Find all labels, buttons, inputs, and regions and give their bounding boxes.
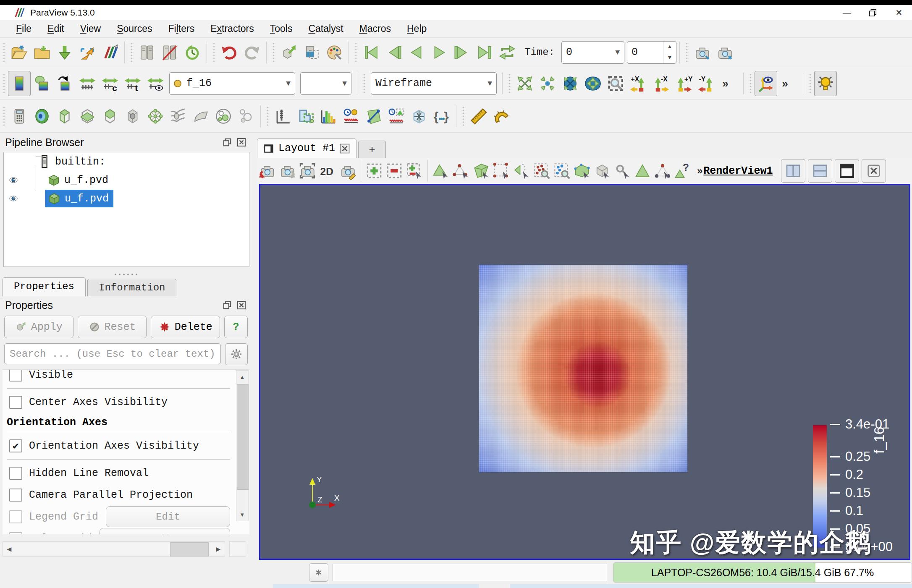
stream-tracer-button[interactable]: [167, 104, 189, 129]
select-points-through-button[interactable]: [491, 159, 511, 183]
view-plus-x-button[interactable]: +X: [627, 71, 650, 96]
pipeline-tree[interactable]: builtin:u_f.pvdu_f.pvd: [3, 152, 249, 267]
spin-down-icon[interactable]: ▼: [663, 52, 676, 63]
toolbar-grip[interactable]: [362, 74, 366, 93]
view-minus-x-button[interactable]: -X: [650, 71, 672, 96]
component-combo[interactable]: ▼: [300, 72, 351, 95]
vertical-scrollbar[interactable]: ▲ ▼: [236, 370, 249, 521]
render-view[interactable]: Y Z X f_16 知乎 @爱数学的企鹅 3.4e-010.250.20.15…: [259, 184, 910, 560]
toolbar-grip[interactable]: [508, 74, 511, 93]
undo-button[interactable]: [218, 40, 241, 65]
save-data-button[interactable]: [53, 40, 76, 65]
menu-edit[interactable]: Edit: [41, 21, 71, 36]
color-array-combo[interactable]: f_16▼: [169, 72, 295, 95]
heatmap-surface[interactable]: [479, 265, 687, 472]
reset-session-button[interactable]: [181, 40, 204, 65]
representation-combo[interactable]: Wireframe▼: [371, 72, 497, 95]
menu-tools[interactable]: Tools: [263, 21, 299, 36]
render-view-link[interactable]: RenderView1: [703, 165, 773, 177]
folder-save-button[interactable]: [31, 40, 53, 65]
tab-information[interactable]: Information: [87, 279, 176, 296]
toolbar-grip[interactable]: [272, 43, 275, 62]
camera-annotate-button[interactable]: [338, 159, 358, 183]
toolbar-grip[interactable]: [808, 74, 812, 93]
scrollbar-thumb[interactable]: [170, 542, 209, 557]
capture-screenshot-button[interactable]: [297, 159, 317, 183]
edit-button-legend-grid[interactable]: Edit: [106, 506, 230, 527]
toolbar-grip[interactable]: [2, 74, 6, 93]
selection-help-button[interactable]: ?: [673, 159, 693, 183]
horizontal-scrollbar[interactable]: ◀ ▶: [3, 541, 225, 557]
folder-open-button[interactable]: [8, 40, 31, 65]
server-disconnect-button[interactable]: [158, 40, 181, 65]
minimize-icon[interactable]: —: [834, 5, 860, 20]
pipeline-item-0[interactable]: builtin:: [4, 152, 249, 171]
menu-filters[interactable]: Filters: [162, 21, 202, 36]
select-cells-on-button[interactable]: [431, 159, 451, 183]
protractor-button[interactable]: [490, 104, 513, 129]
light-kit-button[interactable]: [814, 71, 837, 96]
close-tab-icon[interactable]: [339, 143, 350, 154]
select-block-button[interactable]: [511, 159, 532, 183]
extract-selection-button[interactable]: [294, 104, 317, 129]
tab-properties[interactable]: Properties: [3, 277, 86, 296]
split-horizontal-button[interactable]: [781, 159, 805, 183]
checkbox-polar-grid[interactable]: [9, 532, 22, 535]
zoom-to-box-button[interactable]: [604, 71, 627, 96]
checkbox-legend-grid[interactable]: [9, 510, 22, 523]
clip-button[interactable]: [53, 104, 76, 129]
color-map-button[interactable]: [8, 71, 31, 96]
toolbar-grip[interactable]: [461, 107, 465, 126]
menu-sources[interactable]: Sources: [110, 21, 159, 36]
toolbar-grip[interactable]: [685, 43, 689, 62]
programmable-filter-button[interactable]: {}: [430, 104, 453, 129]
interactive-select-cells-button[interactable]: [532, 159, 552, 183]
visibility-eye-icon[interactable]: [4, 194, 23, 203]
toolbar-grip[interactable]: [749, 74, 752, 93]
chevrons-button[interactable]: »: [718, 71, 740, 96]
menu-extractors[interactable]: Extractors: [204, 21, 261, 36]
server-connect-button[interactable]: [136, 40, 158, 65]
redo-button[interactable]: [241, 40, 263, 65]
last-frame-button[interactable]: [473, 40, 496, 65]
toolbar-grip[interactable]: [2, 43, 6, 62]
search-settings-button[interactable]: [225, 343, 248, 365]
rescale-data-button[interactable]: [76, 71, 99, 96]
reset-button[interactable]: Reset: [78, 316, 147, 338]
restore-icon[interactable]: [860, 5, 886, 20]
time-combo[interactable]: 0▼: [561, 41, 624, 64]
previous-frame-button[interactable]: [383, 40, 405, 65]
scroll-down-icon[interactable]: ▼: [236, 508, 248, 521]
camera-redo-button[interactable]: [277, 159, 297, 183]
play-forward-button[interactable]: [428, 40, 451, 65]
hover-cells-button[interactable]: [592, 159, 612, 183]
add-layout-tab[interactable]: +: [358, 141, 386, 158]
selection-link-button[interactable]: [653, 159, 673, 183]
rescale-custom-button[interactable]: c: [99, 71, 121, 96]
frame-spinbox[interactable]: 0▲▼: [627, 41, 676, 64]
spin-up-icon[interactable]: ▲: [663, 42, 676, 52]
view-minus-y-button[interactable]: -Y: [695, 71, 718, 96]
find-data-button[interactable]: [300, 40, 323, 65]
color-palette-button[interactable]: [323, 40, 346, 65]
scroll-left-icon[interactable]: ◀: [3, 546, 16, 552]
grow-selection-button[interactable]: [632, 159, 653, 183]
select-cells-polygon-button[interactable]: [572, 159, 592, 183]
reset-camera-closest-button[interactable]: [559, 71, 582, 96]
undock-icon[interactable]: [222, 137, 233, 148]
clear-status-button[interactable]: [309, 563, 328, 582]
pipeline-item-2[interactable]: u_f.pvd: [4, 189, 249, 208]
menu-file[interactable]: File: [9, 21, 38, 36]
extract-subset-button[interactable]: [121, 104, 144, 129]
close-view-button[interactable]: [862, 159, 886, 183]
edit-color-map-button[interactable]: [53, 71, 76, 96]
zoom-closest-button[interactable]: [582, 71, 604, 96]
toggle-2d-button[interactable]: 2D: [317, 159, 338, 183]
interactive-select-points-button[interactable]: [552, 159, 572, 183]
histogram-button[interactable]: [317, 104, 340, 129]
toolbar-overflow[interactable]: »: [697, 165, 702, 177]
screenshot-capture-button[interactable]: [76, 40, 99, 65]
camera-undo-button[interactable]: [257, 159, 277, 183]
toolbar-grip[interactable]: [2, 107, 6, 126]
contour-button[interactable]: [31, 104, 53, 129]
